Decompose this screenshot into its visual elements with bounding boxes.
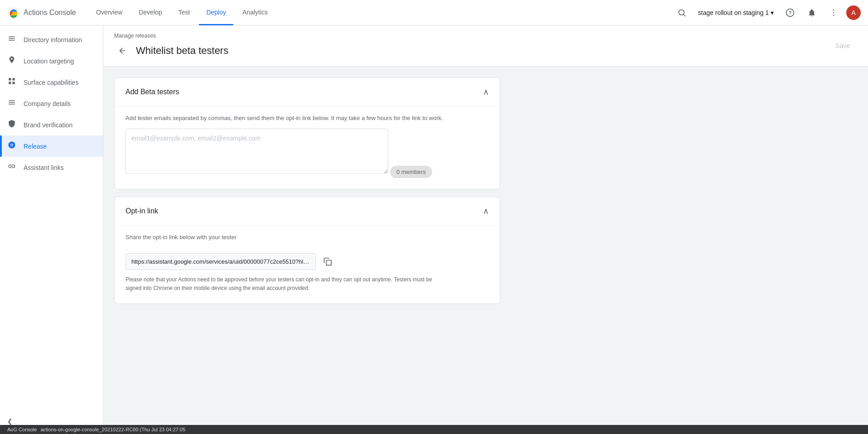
back-icon [118, 46, 127, 55]
surface-icon [7, 77, 16, 87]
tab-overview[interactable]: Overview [89, 0, 130, 25]
members-badge: 0 members [390, 166, 432, 178]
release-icon [7, 141, 16, 151]
top-nav: Actions Console Overview Develop Test De… [0, 0, 868, 25]
sidebar-item-surface[interactable]: Surface capabilities [0, 72, 103, 93]
beta-testers-card-body: Add tester emails separated by commas, t… [115, 106, 500, 189]
opt-in-link-field: https://assistant.google.com/services/a/… [125, 253, 316, 270]
dropdown-icon: ▾ [771, 9, 774, 16]
notifications-button[interactable] [803, 4, 821, 22]
back-button[interactable] [114, 43, 130, 59]
opt-in-card-body: Share the opt-in link below with your te… [115, 225, 500, 304]
sidebar-label-company: Company details [24, 100, 71, 107]
email-input[interactable] [125, 129, 388, 174]
app-title: Actions Console [24, 9, 76, 17]
main-content: Manage releases Whitelist beta testers S… [103, 25, 868, 434]
sidebar-label-surface: Surface capabilities [24, 79, 78, 86]
page-layout: Directory information Location targeting… [0, 25, 868, 434]
directory-icon [7, 34, 16, 45]
sidebar-item-release[interactable]: Release [0, 135, 103, 157]
location-icon [7, 56, 16, 66]
svg-point-7 [833, 14, 834, 16]
page-title: Whitelist beta testers [136, 45, 228, 57]
app-logo: Actions Console [7, 6, 89, 19]
page-header: Manage releases Whitelist beta testers S… [103, 25, 868, 67]
opt-in-link-row: https://assistant.google.com/services/a/… [125, 253, 489, 270]
sidebar-item-location[interactable]: Location targeting [0, 50, 103, 72]
nav-tabs: Overview Develop Test Deploy Analytics [89, 0, 673, 25]
status-log: actions-on-google-console_20210222-RC00 … [40, 427, 185, 432]
notifications-icon [807, 8, 816, 17]
sidebar: Directory information Location targeting… [0, 25, 103, 434]
tab-develop[interactable]: Develop [131, 0, 169, 25]
stage-selector[interactable]: stage rollout on staging 1 ▾ [694, 6, 777, 19]
beta-testers-title: Add Beta testers [125, 88, 179, 96]
svg-rect-8 [327, 260, 332, 265]
opt-in-collapse-icon: ∧ [483, 206, 489, 216]
sidebar-label-directory: Directory information [24, 36, 82, 43]
sidebar-label-brand: Brand verification [24, 121, 72, 129]
status-brand: AoG Console [7, 427, 37, 432]
opt-in-card: Opt-in link ∧ Share the opt-in link belo… [114, 197, 500, 304]
status-bar: AoG Console actions-on-google-console_20… [0, 425, 868, 434]
search-button[interactable] [673, 4, 691, 22]
svg-point-6 [833, 12, 834, 13]
beta-testers-description: Add tester emails separated by commas, t… [125, 106, 489, 129]
sidebar-label-assistant: Assistant links [24, 164, 64, 171]
tab-analytics[interactable]: Analytics [235, 0, 275, 25]
tab-test[interactable]: Test [171, 0, 198, 25]
help-icon: ? [786, 8, 795, 17]
header-left: Manage releases Whitelist beta testers [114, 33, 228, 59]
search-icon [677, 8, 686, 17]
beta-testers-collapse-icon: ∧ [483, 87, 489, 97]
more-options-button[interactable] [825, 4, 843, 22]
sidebar-item-company[interactable]: Company details [0, 93, 103, 114]
svg-line-2 [683, 14, 685, 16]
sidebar-label-release: Release [24, 143, 47, 150]
assistant-icon [7, 162, 16, 173]
google-icon [7, 6, 20, 19]
top-nav-right: stage rollout on staging 1 ▾ ? A [673, 4, 861, 22]
copy-link-button[interactable] [319, 253, 336, 270]
content-area: Add Beta testers ∧ Add tester emails sep… [103, 67, 511, 322]
sidebar-item-directory[interactable]: Directory information [0, 29, 103, 50]
beta-testers-card: Add Beta testers ∧ Add tester emails sep… [114, 77, 500, 189]
sidebar-item-brand[interactable]: Brand verification [0, 114, 103, 135]
sidebar-label-location: Location targeting [24, 58, 74, 65]
tab-deploy[interactable]: Deploy [199, 0, 233, 25]
save-button[interactable]: Save [828, 39, 857, 53]
opt-in-card-header[interactable]: Opt-in link ∧ [115, 197, 500, 225]
breadcrumb: Manage releases [114, 33, 228, 39]
sidebar-item-assistant[interactable]: Assistant links [0, 157, 103, 178]
collapse-icon: ❮ [7, 418, 13, 425]
svg-point-5 [833, 9, 834, 10]
copy-icon [323, 257, 332, 266]
opt-in-note: Please note that your Actions need to be… [125, 275, 443, 293]
title-row: Whitelist beta testers [114, 43, 228, 59]
opt-in-title: Opt-in link [125, 207, 158, 215]
more-icon [829, 8, 838, 17]
beta-testers-card-header[interactable]: Add Beta testers ∧ [115, 78, 500, 106]
svg-text:?: ? [789, 10, 792, 15]
opt-in-description: Share the opt-in link below with your te… [125, 226, 489, 248]
help-button[interactable]: ? [781, 4, 799, 22]
company-icon [7, 98, 16, 109]
avatar[interactable]: A [846, 5, 861, 20]
brand-icon [7, 120, 16, 130]
